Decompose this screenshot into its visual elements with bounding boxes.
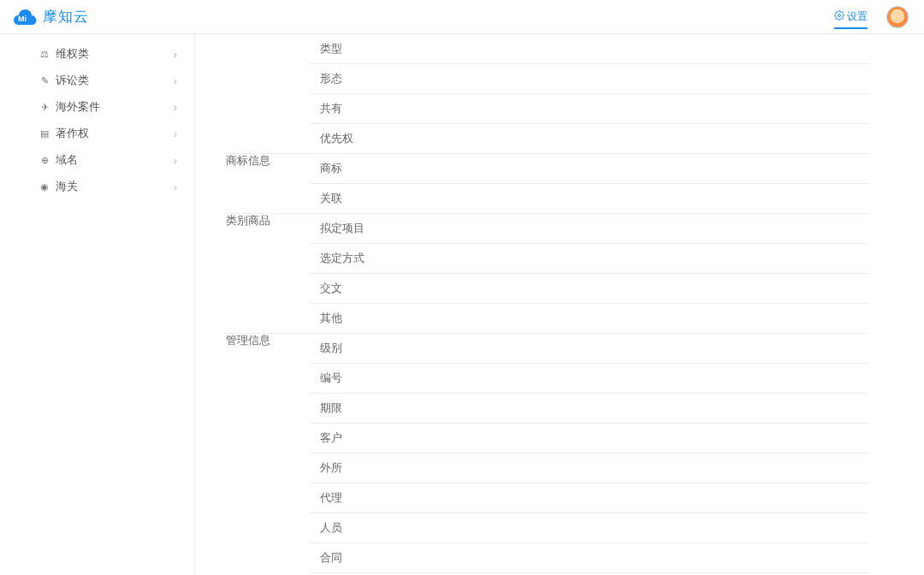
sidebar-icon: ✎ — [39, 76, 50, 86]
settings-link[interactable]: 设置 — [834, 9, 868, 29]
gear-icon — [834, 10, 844, 23]
header-right: 设置 — [834, 6, 909, 28]
sidebar-item-label: 著作权 — [56, 127, 89, 141]
sidebar-icon: ▤ — [39, 129, 50, 139]
sidebar-icon: ✈ — [39, 103, 50, 113]
section-label: 类别商品 — [226, 214, 310, 334]
field-row[interactable]: 合同 — [310, 543, 869, 573]
field-row[interactable]: 人员 — [310, 513, 869, 543]
field-row[interactable]: 交文 — [310, 274, 869, 304]
sidebar-item-1[interactable]: ✎诉讼类› — [0, 68, 194, 94]
detail-panel: 类型形态共有优先权商标信息商标关联类别商品拟定项目选定方式交文其他管理信息级别编… — [195, 34, 924, 575]
sidebar-item-label: 海外案件 — [56, 100, 100, 115]
field-row[interactable]: 期限 — [310, 394, 869, 424]
brand-text: 摩知云 — [43, 7, 89, 27]
field-row[interactable]: 编号 — [310, 364, 869, 394]
section-label: 商标信息 — [226, 154, 310, 214]
chevron-right-icon: › — [174, 101, 177, 114]
sidebar-item-5[interactable]: ◉海关› — [0, 174, 194, 200]
section-label — [226, 34, 310, 154]
body: ⚖维权类›✎诉讼类›✈海外案件›▤著作权›⊕域名›◉海关› 类型形态共有优先权商… — [0, 34, 924, 575]
sidebar-item-label: 诉讼类 — [56, 74, 89, 88]
brand-logo[interactable]: Mi 摩知云 — [10, 7, 89, 27]
chevron-right-icon: › — [174, 154, 177, 167]
chevron-right-icon: › — [174, 48, 177, 61]
section-label: 管理信息 — [226, 334, 310, 576]
field-row[interactable]: 形态 — [310, 64, 869, 94]
chevron-right-icon: › — [174, 181, 177, 193]
field-row[interactable]: 选定方式 — [310, 244, 869, 274]
field-row[interactable]: 其他 — [310, 304, 869, 333]
cloud-icon: Mi — [10, 8, 38, 27]
field-row[interactable]: 代理 — [310, 483, 869, 513]
sidebar-item-3[interactable]: ▤著作权› — [0, 121, 194, 147]
field-row[interactable]: 商标 — [310, 154, 869, 184]
app-header: Mi 摩知云 设置 — [0, 0, 924, 34]
sidebar-item-2[interactable]: ✈海外案件› — [0, 94, 194, 121]
svg-text:Mi: Mi — [18, 15, 27, 23]
field-row[interactable]: 关联 — [310, 184, 869, 213]
sidebar-item-label: 海关 — [56, 180, 78, 194]
field-row[interactable]: 外所 — [310, 453, 869, 483]
field-row[interactable]: 共有 — [310, 94, 869, 124]
chevron-right-icon: › — [174, 74, 177, 87]
section-fields: 商标关联 — [310, 154, 869, 214]
section-fields: 级别编号期限客户外所代理人员合同账单发票备注 — [310, 334, 869, 576]
field-row[interactable]: 优先权 — [310, 124, 869, 153]
sidebar-icon: ⊕ — [39, 156, 50, 166]
field-row[interactable]: 类型 — [310, 34, 869, 64]
field-row[interactable]: 拟定项目 — [310, 214, 869, 244]
sidebar-item-label: 维权类 — [56, 47, 89, 62]
section-fields: 拟定项目选定方式交文其他 — [310, 214, 869, 334]
detail-table: 类型形态共有优先权商标信息商标关联类别商品拟定项目选定方式交文其他管理信息级别编… — [226, 34, 869, 575]
field-row[interactable]: 客户 — [310, 424, 869, 453]
sidebar-icon: ⚖ — [39, 50, 50, 60]
section-fields: 类型形态共有优先权 — [310, 34, 869, 154]
sidebar-item-label: 域名 — [56, 153, 78, 168]
svg-point-1 — [838, 15, 841, 17]
sidebar-item-0[interactable]: ⚖维权类› — [0, 41, 194, 68]
sidebar-item-4[interactable]: ⊕域名› — [0, 147, 194, 174]
settings-label: 设置 — [847, 9, 868, 24]
avatar[interactable] — [886, 6, 909, 28]
sidebar: ⚖维权类›✎诉讼类›✈海外案件›▤著作权›⊕域名›◉海关› — [0, 34, 195, 575]
field-row[interactable]: 级别 — [310, 334, 869, 364]
sidebar-icon: ◉ — [39, 182, 50, 193]
chevron-right-icon: › — [174, 127, 177, 140]
